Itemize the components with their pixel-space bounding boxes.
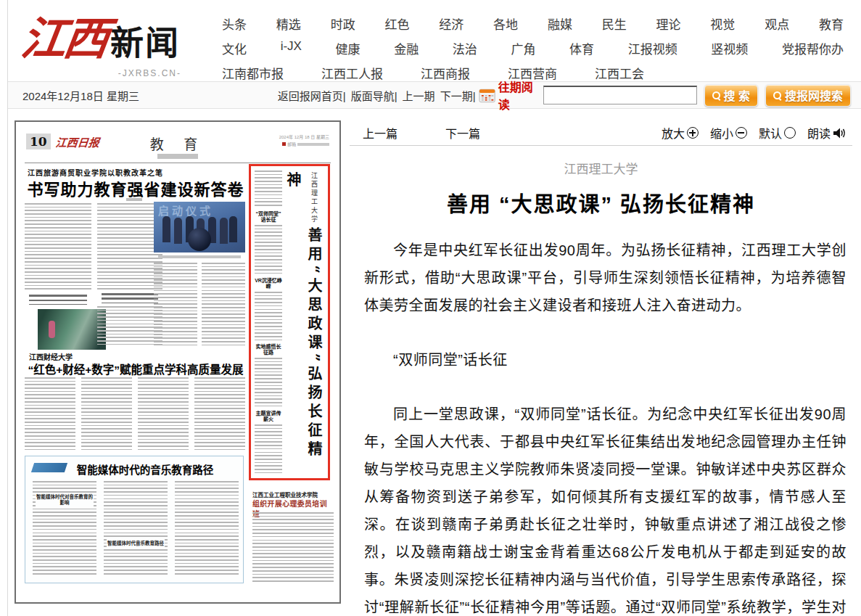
default-size-label: 默认 bbox=[759, 124, 782, 141]
nav-item[interactable]: 江西商报 bbox=[421, 64, 470, 82]
zoom-out-control[interactable]: 缩小 bbox=[710, 124, 747, 141]
site-search-button[interactable]: 搜报网搜索 bbox=[765, 84, 851, 107]
paper-dateline: 2024年 12月 18 日 星期三 邮箱 bbox=[279, 134, 329, 148]
toolbar-links: 返回报网首页|版面导航|上一期下一期| bbox=[278, 88, 476, 103]
default-size-control[interactable]: 默认 bbox=[759, 124, 796, 141]
nav-item[interactable]: 江西工会 bbox=[595, 64, 644, 82]
newsprint-text-block bbox=[255, 358, 282, 408]
newsprint-text-block bbox=[25, 203, 91, 292]
nav-item[interactable]: 江南都市报 bbox=[222, 64, 284, 82]
site-header: 江西 新闻 -JXRBS.CN- 头条精选时政红色经济各地融媒民生理论视觉观点教… bbox=[0, 0, 861, 81]
highlight-vertical-titles: 江西理工大学 善用“大思政课”弘扬长征精神 bbox=[283, 169, 325, 475]
highlighted-article-region[interactable]: “双师同堂”话长征 VR沉浸忆峥嵘 实地感悟长征路 bbox=[249, 164, 330, 480]
paper-article1-byline bbox=[126, 198, 142, 201]
nav-item[interactable]: 精选 bbox=[276, 15, 301, 33]
newspaper-page-preview[interactable]: 10 江西日报 教 育 2024年 12月 18 日 星期三 邮箱 江西旅游商贸… bbox=[15, 120, 341, 604]
people-silhouettes bbox=[162, 216, 170, 242]
paper-article2-headline: “红色+财经+数字”赋能重点学科高质量发展 bbox=[25, 361, 247, 377]
highlight-kicker: 江西理工大学 bbox=[309, 172, 318, 224]
nav-item[interactable]: 健康 bbox=[336, 39, 361, 57]
highlight-sections: “双师同堂”话长征 VR沉浸忆峥嵘 实地感悟长征路 bbox=[255, 208, 282, 474]
newsprint-text-block bbox=[97, 306, 162, 345]
nav-item[interactable]: 广角 bbox=[511, 39, 535, 57]
article-tools: 放大 缩小 默认 朗读 bbox=[654, 124, 846, 141]
nav-item[interactable]: 时政 bbox=[331, 15, 355, 33]
nav-item[interactable]: 文化 bbox=[222, 39, 247, 57]
newsprint-text-block bbox=[97, 203, 162, 290]
calendar-icon bbox=[479, 88, 495, 103]
article-divider bbox=[350, 145, 852, 146]
read-aloud-label: 朗读 bbox=[807, 124, 831, 141]
article-title: 善用 “大思政课” 弘扬长征精神 bbox=[350, 187, 852, 218]
nav-item[interactable]: 金融 bbox=[394, 39, 419, 57]
circle-icon bbox=[784, 127, 796, 139]
logo-domain: -JXRBS.CN- bbox=[118, 68, 181, 78]
search-icon bbox=[712, 91, 720, 99]
nav-item[interactable]: 各地 bbox=[493, 15, 518, 33]
toolbar-link[interactable]: 版面导航| bbox=[351, 88, 397, 103]
article-paragraph: “双师同堂”话长征 bbox=[364, 346, 846, 374]
nav-item[interactable]: 教育 bbox=[819, 15, 844, 33]
nav-item[interactable]: 理论 bbox=[656, 15, 681, 33]
plus-circle-icon bbox=[687, 127, 699, 139]
logo-text-red: 江西 bbox=[17, 10, 110, 68]
newsprint-text-block bbox=[255, 292, 282, 342]
photo-caption-blur bbox=[158, 255, 241, 258]
nav-item[interactable]: 体育 bbox=[569, 39, 594, 57]
zoom-in-control[interactable]: 放大 bbox=[662, 124, 699, 141]
search-icon bbox=[773, 91, 781, 99]
nav-item[interactable]: 法治 bbox=[453, 39, 477, 57]
next-article-link[interactable]: 下一篇 bbox=[445, 124, 480, 141]
speaker-icon bbox=[833, 127, 846, 139]
paper-header-rule bbox=[25, 163, 331, 163]
nav-row-1: 头条精选时政红色经济各地融媒民生理论视觉观点教育 bbox=[222, 12, 844, 36]
site-search-button-label: 搜报网搜索 bbox=[785, 86, 843, 104]
nav-item[interactable]: 党报帮你办 bbox=[782, 39, 844, 57]
search-area: 搜 索 搜报网搜索 bbox=[543, 84, 851, 107]
article-pane: 上一篇 下一篇 放大 缩小 默认 朗读 bbox=[350, 120, 852, 616]
paper-article3-subhead: 智能媒体时代音乐教育路径 bbox=[107, 539, 165, 548]
toolbar-link[interactable]: 返回报网首页| bbox=[278, 88, 346, 103]
newsprint-text-block bbox=[138, 377, 189, 450]
read-aloud-control[interactable]: 朗读 bbox=[807, 124, 846, 141]
nav-item[interactable]: 头条 bbox=[222, 15, 247, 33]
sphere-prop bbox=[188, 228, 211, 251]
logo-text-black: 新闻 bbox=[110, 16, 180, 64]
toolbar-link[interactable]: 上一期 bbox=[403, 88, 435, 103]
photo-overlay-text: 启动仪式 bbox=[158, 202, 213, 218]
article-toolbar: 上一篇 下一篇 放大 缩小 默认 朗读 bbox=[350, 120, 852, 145]
paper-article3-box: 智能媒体时代的音乐教育路径 智能媒体时代对音乐教育的影响 智能媒体时代音乐教育路… bbox=[25, 456, 244, 583]
search-button[interactable]: 搜 索 bbox=[704, 84, 758, 107]
site-logo[interactable]: 江西 新闻 -JXRBS.CN- bbox=[22, 10, 180, 68]
search-input[interactable] bbox=[543, 86, 697, 104]
newsprint-text-block bbox=[255, 424, 282, 475]
nav-item[interactable]: 竖视频 bbox=[711, 39, 748, 57]
nav-item[interactable]: 观点 bbox=[765, 15, 789, 33]
nav-item[interactable]: i-JX bbox=[281, 39, 302, 57]
nav-item[interactable]: 江报视频 bbox=[628, 39, 677, 57]
main-nav: 头条精选时政红色经济各地融媒民生理论视觉观点教育 文化i-JX健康金融法治广角体… bbox=[222, 12, 844, 86]
nav-item[interactable]: 江西工人报 bbox=[321, 64, 383, 82]
nav-item[interactable]: 民生 bbox=[602, 15, 627, 33]
article-body: 今年是中央红军长征出发90周年。为弘扬长征精神，江西理工大学创新形式，借助“大思… bbox=[350, 218, 852, 616]
minus-circle-icon bbox=[736, 127, 747, 139]
paper-photo-small bbox=[38, 309, 106, 350]
nav-item[interactable]: 经济 bbox=[439, 15, 464, 33]
highlight-section: “双师同堂”话长征 bbox=[255, 208, 282, 275]
newsprint-text-block bbox=[104, 481, 168, 577]
highlight-section: 主题宣讲传薪火 bbox=[255, 408, 282, 475]
newsprint-text-block bbox=[252, 512, 334, 583]
highlight-subhead: VR沉浸忆峥嵘 bbox=[255, 278, 282, 289]
toolbar-link[interactable]: 下一期| bbox=[440, 88, 476, 103]
archive-label: 往期阅读 bbox=[498, 78, 543, 112]
newsprint-text-block bbox=[202, 263, 245, 345]
nav-item[interactable]: 融媒 bbox=[548, 15, 572, 33]
prev-article-link[interactable]: 上一篇 bbox=[363, 124, 397, 141]
nav-item[interactable]: 红色 bbox=[384, 15, 409, 33]
newsprint-text-block bbox=[255, 171, 282, 208]
nav-item[interactable]: 视觉 bbox=[710, 15, 735, 33]
paper-masthead: 江西日报 bbox=[55, 134, 100, 149]
paper-photo-launch-ceremony: 启动仪式 bbox=[154, 202, 245, 252]
paper-page-number: 10 bbox=[26, 134, 51, 149]
archive-link[interactable]: 往期阅读 bbox=[479, 78, 543, 112]
